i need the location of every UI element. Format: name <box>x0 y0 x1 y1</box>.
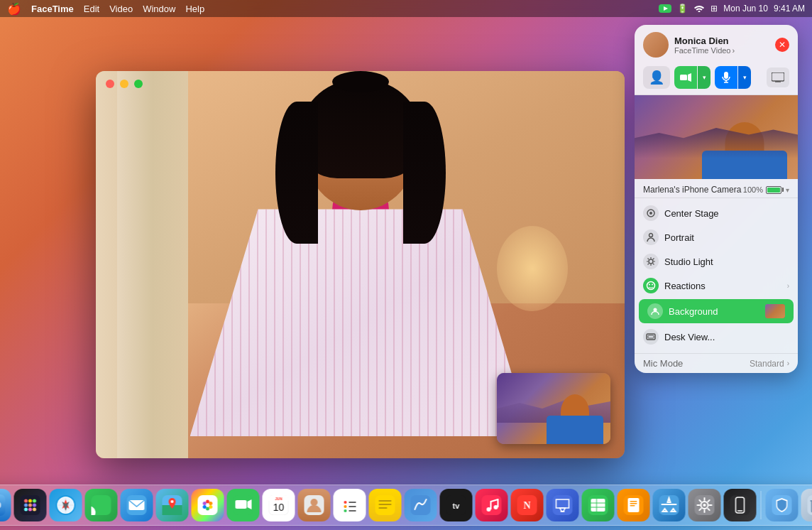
app-menu-edit[interactable]: Edit <box>84 4 99 14</box>
contact-subtitle: FaceTime Video › <box>674 46 769 55</box>
app-menu-help[interactable]: Help <box>185 4 204 14</box>
center-stage-label: Center Stage <box>664 208 789 219</box>
video-preview <box>635 95 798 179</box>
mute-audio-button[interactable]: 👤 <box>643 66 670 89</box>
menubar-right: 🔋 ⊞ Mon Jun 10 9:41 AM <box>659 4 805 14</box>
dock-item-safari[interactable] <box>50 489 82 521</box>
dock-item-launchpad[interactable] <box>14 489 47 521</box>
center-stage-icon <box>643 205 659 221</box>
svg-point-14 <box>647 282 655 290</box>
svg-point-66 <box>311 499 318 506</box>
maximize-button[interactable] <box>134 80 143 88</box>
dock-item-reminders[interactable] <box>334 489 366 521</box>
dock-item-numbers[interactable] <box>582 489 615 521</box>
app-menu-video[interactable]: Video <box>109 4 133 14</box>
reactions-label: Reactions <box>664 281 781 291</box>
app-menu-window[interactable]: Window <box>143 4 175 14</box>
menu-item-center-stage[interactable]: Center Stage <box>635 201 798 225</box>
svg-rect-107 <box>730 495 750 515</box>
menubar: 🍎 FaceTime Edit Video Window Help 🔋 ⊞ Mo… <box>0 0 812 17</box>
hair-left <box>275 102 318 244</box>
svg-rect-77 <box>379 507 388 509</box>
screen-share-button[interactable] <box>767 67 789 87</box>
mic-mode-row[interactable]: Mic Mode Standard › <box>635 353 798 373</box>
panel-header: Monica Dien FaceTime Video › ✕ <box>635 25 798 63</box>
dock-item-appletv[interactable]: tv <box>440 489 473 521</box>
dock-item-iphone-mirroring[interactable] <box>724 489 757 521</box>
svg-rect-7 <box>772 72 784 81</box>
media-controls-row: 👤 ▾ ▾ <box>635 63 798 95</box>
app-menu-facetime[interactable]: FaceTime <box>31 4 74 14</box>
minimize-button[interactable] <box>120 80 128 88</box>
time: 9:41 AM <box>774 4 805 13</box>
dock-item-photos[interactable] <box>192 489 224 521</box>
dock: JUN10 tv N <box>0 485 812 526</box>
dock-item-messages[interactable] <box>85 489 118 521</box>
svg-rect-4 <box>724 72 728 79</box>
dock-item-news[interactable]: N <box>511 489 544 521</box>
camera-chevron[interactable]: ▾ <box>786 186 789 194</box>
facetime-status-green <box>659 4 671 13</box>
video-button-group: ▾ <box>674 66 710 89</box>
dock-item-contacts[interactable] <box>298 489 331 521</box>
dock-item-settings[interactable] <box>688 489 721 521</box>
facetime-background <box>96 71 625 458</box>
svg-point-106 <box>703 504 706 507</box>
svg-point-32 <box>28 504 32 507</box>
studio-light-icon <box>643 254 659 269</box>
mic-button-group: ▾ <box>715 66 751 89</box>
self-view-thumbnail[interactable] <box>497 373 610 444</box>
svg-point-16 <box>652 284 653 286</box>
control-center-icon[interactable]: ⊞ <box>710 4 718 13</box>
svg-rect-19 <box>648 335 654 338</box>
svg-rect-101 <box>630 503 637 504</box>
reactions-icon <box>643 278 659 293</box>
camera-source-section: Marlena's iPhone Camera 100% ▾ <box>635 179 798 198</box>
dock-item-calendar[interactable]: JUN10 <box>263 489 295 521</box>
svg-rect-50 <box>198 495 218 515</box>
room-curtain <box>117 71 188 458</box>
dock-item-adguard[interactable] <box>766 489 799 521</box>
dock-item-trash[interactable] <box>801 489 813 521</box>
dock-item-facetime[interactable] <box>227 489 260 521</box>
battery-fill <box>767 188 780 193</box>
menu-item-reactions[interactable]: Reactions › <box>635 274 798 298</box>
svg-rect-78 <box>411 495 431 515</box>
close-button[interactable] <box>106 80 114 88</box>
hair-top <box>332 71 389 92</box>
contact-avatar <box>643 32 669 58</box>
menu-item-desk-view[interactable]: Desk View... <box>635 325 798 349</box>
dock-item-notes[interactable] <box>369 489 402 521</box>
svg-rect-102 <box>630 505 635 507</box>
dock-item-freeform[interactable] <box>405 489 437 521</box>
battery-icon <box>766 186 781 194</box>
mic-button[interactable] <box>715 66 737 89</box>
menu-item-background[interactable]: Background <box>639 299 794 323</box>
apple-menu[interactable]: 🍎 <box>7 2 21 16</box>
background-icon <box>647 303 663 319</box>
notification-panel: Monica Dien FaceTime Video › ✕ 👤 ▾ ▾ <box>635 25 798 373</box>
svg-rect-58 <box>236 500 247 509</box>
svg-point-56 <box>203 502 207 505</box>
dock-item-mail[interactable] <box>121 489 153 521</box>
dock-item-keynote[interactable] <box>547 489 579 521</box>
svg-point-29 <box>28 499 32 503</box>
video-chevron-button[interactable]: ▾ <box>698 66 710 89</box>
svg-point-68 <box>344 501 347 504</box>
dock-item-appstore[interactable] <box>653 489 686 521</box>
dock-item-maps[interactable] <box>156 489 189 521</box>
desk-view-label: Desk View... <box>664 332 789 342</box>
menu-item-studio-light[interactable]: Studio Light <box>635 249 798 274</box>
menu-item-portrait[interactable]: Portrait <box>635 225 798 249</box>
dock-item-pages[interactable] <box>618 489 650 521</box>
close-panel-button[interactable]: ✕ <box>775 38 789 52</box>
svg-text:JUN: JUN <box>275 497 282 501</box>
mic-mode-chevron: › <box>787 359 789 367</box>
thumb-person <box>547 380 603 444</box>
svg-point-31 <box>24 504 28 507</box>
thumb-jacket <box>547 416 603 444</box>
dock-item-music[interactable] <box>476 489 508 521</box>
mic-chevron-button[interactable]: ▾ <box>738 66 751 89</box>
video-button[interactable] <box>674 66 697 89</box>
dock-item-finder[interactable] <box>0 489 11 521</box>
